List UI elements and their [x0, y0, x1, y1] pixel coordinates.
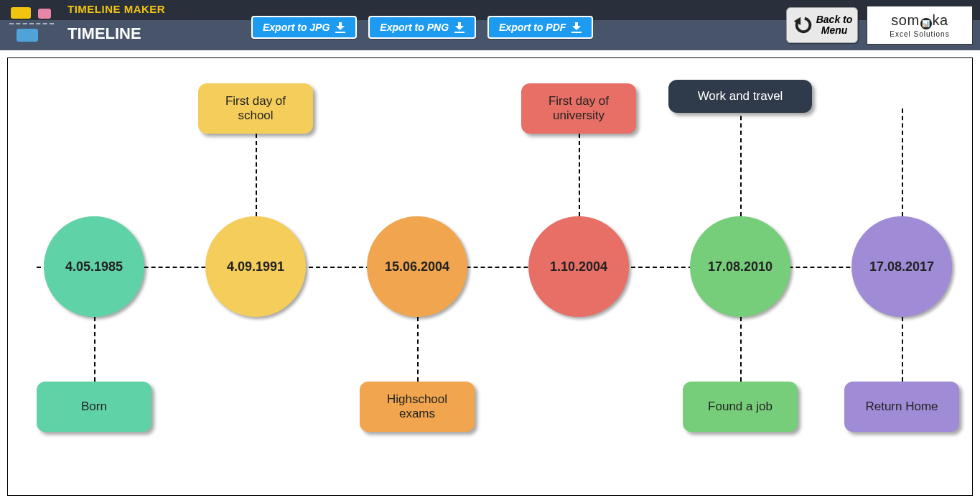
event-connector — [740, 109, 742, 216]
back-arrow-icon — [791, 14, 813, 36]
header-titles: TIMELINE MAKER TIMELINE — [65, 0, 165, 50]
event-date-node[interactable]: 15.06.2004 — [367, 216, 467, 317]
event-connector — [417, 317, 419, 382]
timeline-event: 4.09.1991First day of school — [198, 58, 313, 497]
brand-name: som📊ka — [891, 12, 948, 29]
event-card[interactable]: First day of university — [521, 83, 636, 134]
app-logo — [0, 0, 65, 50]
download-icon — [454, 22, 465, 32]
brand-chart-icon: 📊 — [920, 18, 932, 29]
event-card[interactable]: Born — [37, 382, 151, 432]
page-title: TIMELINE — [67, 20, 165, 50]
app-header: TIMELINE MAKER TIMELINE Export to JPG Ex… — [0, 0, 980, 50]
event-date-node[interactable]: 4.05.1985 — [44, 216, 144, 317]
back-label: Back to Menu — [816, 14, 853, 37]
event-date-node[interactable]: 4.09.1991 — [205, 216, 306, 317]
timeline-event: 15.06.2004Highschool exams — [360, 58, 475, 497]
download-icon — [571, 22, 582, 32]
export-pdf-label: Export to PDF — [499, 22, 566, 33]
event-card[interactable]: First day of school — [198, 83, 313, 134]
brand-subtitle: Excel Solutions — [890, 30, 949, 38]
app-title: TIMELINE MAKER — [67, 0, 165, 20]
timeline-axis — [37, 267, 943, 268]
event-card[interactable]: Highschool exams — [360, 382, 475, 432]
timeline-event: Work and travel — [683, 58, 798, 497]
timeline-event: 1.10.2004First day of university — [521, 58, 636, 497]
back-to-menu-button[interactable]: Back to Menu — [786, 7, 858, 43]
export-jpg-label: Export to JPG — [263, 22, 330, 33]
export-jpg-button[interactable]: Export to JPG — [251, 16, 357, 39]
timeline-event — [844, 58, 959, 497]
event-connector — [902, 109, 903, 216]
export-png-button[interactable]: Export to PNG — [368, 16, 476, 39]
brand-badge: som📊ka Excel Solutions — [867, 6, 973, 45]
timeline-event: 4.05.1985Born — [37, 58, 151, 497]
event-date-node[interactable]: 1.10.2004 — [528, 216, 629, 317]
event-connector — [256, 134, 257, 216]
export-pdf-button[interactable]: Export to PDF — [487, 16, 593, 39]
download-icon — [335, 22, 345, 32]
event-connector — [579, 134, 580, 216]
timeline-canvas: 4.05.1985Born4.09.1991First day of schoo… — [7, 57, 973, 496]
logo-glyph — [11, 7, 54, 43]
export-toolbar: Export to JPG Export to PNG Export to PD… — [251, 16, 593, 39]
event-card[interactable]: Work and travel — [668, 80, 812, 113]
event-connector — [94, 317, 95, 382]
export-png-label: Export to PNG — [380, 22, 449, 33]
